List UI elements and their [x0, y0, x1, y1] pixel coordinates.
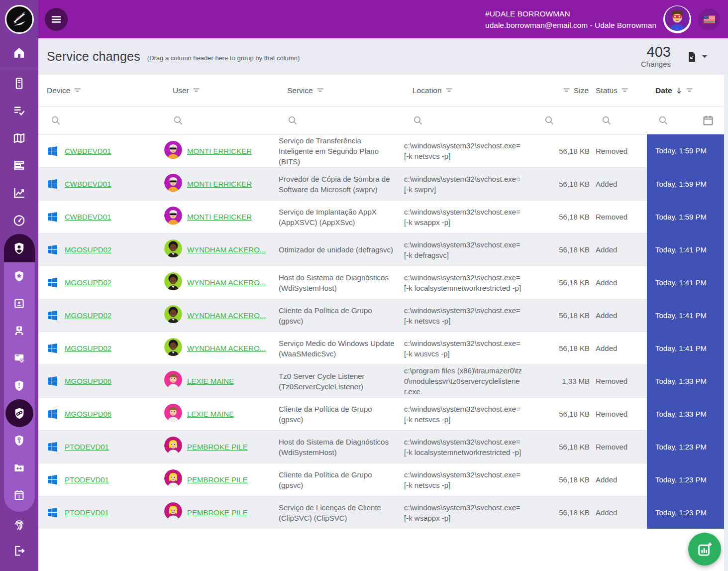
filter-icon[interactable] [686, 88, 693, 93]
filter-icon[interactable] [621, 88, 628, 93]
user-link[interactable]: PEMBROKE PILE [187, 474, 248, 485]
size-cell: 56,18 KB [540, 343, 590, 353]
sidebar-item-net-upload[interactable] [4, 317, 35, 344]
filter-icon[interactable] [445, 88, 453, 93]
location-cell: c:\windows\system32\svchost.exe=[-k nets… [404, 305, 540, 326]
sidebar-item-home[interactable] [0, 38, 38, 67]
calendar-alert-icon [13, 489, 25, 501]
device-link[interactable]: MGOSUPD02 [65, 343, 111, 353]
column-header-status[interactable]: Status [590, 86, 647, 95]
filter-icon[interactable] [316, 88, 324, 93]
windows-logo-icon [47, 244, 58, 255]
user-avatar[interactable] [663, 5, 691, 33]
device-link[interactable]: MGOSUPD02 [65, 244, 111, 255]
export-button[interactable] [686, 50, 707, 63]
menu-button[interactable] [45, 8, 68, 31]
date-cell: Today, 1:59 PM [647, 200, 724, 233]
add-report-fab[interactable] [688, 533, 721, 566]
account-name: #UDALE BORROWMAN [485, 8, 656, 19]
user-link[interactable]: LEXIE MAINE [187, 409, 234, 419]
date-cell: Today, 1:33 PM [647, 397, 724, 430]
device-link[interactable]: MGOSUPD06 [65, 376, 111, 386]
sidebar-item-devices[interactable] [0, 70, 38, 97]
status-cell: Removed [590, 146, 647, 156]
user-link[interactable]: WYNDHAM ACKERO... [187, 310, 266, 321]
user-cell: LEXIE MAINE [164, 371, 279, 391]
sidebar-item-window-gear[interactable] [4, 344, 35, 372]
device-link[interactable]: PTODEVD01 [65, 442, 109, 452]
sidebar-item-shield-user-active[interactable] [4, 234, 35, 262]
sidebar-item-gauge[interactable] [0, 207, 38, 234]
sidebar-item-shield-key[interactable] [4, 427, 35, 454]
device-link[interactable]: CWBDEVD01 [65, 146, 111, 156]
user-link[interactable]: MONTI ERRICKER [187, 212, 252, 222]
sidebar-item-logout[interactable] [0, 538, 38, 564]
service-cell: Serviço de Implantação AppX (AppXSVC) (A… [279, 207, 404, 228]
app-logo[interactable] [0, 0, 38, 38]
bar-chart-icon [12, 159, 26, 172]
user-avatar [164, 272, 182, 293]
device-cell: MGOSUPD02 [38, 244, 164, 255]
device-link[interactable]: PTODEVD01 [65, 507, 109, 518]
language-button[interactable] [698, 8, 720, 30]
account-detail: udale.borrowman@email.com - Udale Borrow… [485, 19, 656, 31]
search-input-service[interactable] [279, 115, 404, 126]
date-cell: Today, 1:23 PM [647, 430, 724, 463]
search-input-date[interactable] [647, 114, 724, 126]
add-chart-icon [696, 541, 713, 558]
sidebar-item-line-chart[interactable] [0, 179, 38, 207]
filter-icon[interactable] [74, 88, 81, 93]
search-input-device[interactable] [38, 115, 164, 126]
user-avatar [164, 502, 182, 523]
column-header-service[interactable]: Service [279, 86, 404, 95]
column-header-location[interactable]: Location [404, 86, 540, 95]
column-header-date[interactable]: Date [647, 86, 724, 95]
device-cell: MGOSUPD06 [38, 408, 164, 420]
user-link[interactable]: PEMBROKE PILE [187, 442, 248, 452]
sidebar-item-fingerprint[interactable] [0, 512, 38, 538]
date-cell: Today, 1:33 PM [647, 364, 724, 397]
user-link[interactable]: PEMBROKE PILE [187, 507, 248, 518]
app: #UDALE BORROWMAN udale.borrowman@email.c… [0, 0, 728, 571]
shield-user-icon [12, 241, 26, 255]
user-link[interactable]: WYNDHAM ACKERO... [187, 244, 266, 255]
device-link[interactable]: MGOSUPD02 [65, 277, 111, 288]
column-header-size[interactable]: Size [540, 86, 590, 95]
column-header-device[interactable]: Device [38, 86, 164, 95]
device-link[interactable]: CWBDEVD01 [65, 179, 111, 189]
device-link[interactable]: CWBDEVD01 [65, 212, 111, 222]
table-row: MGOSUPD02WYNDHAM ACKERO...Otimizador de … [38, 233, 724, 266]
device-link[interactable]: MGOSUPD06 [65, 409, 111, 419]
calendar-icon[interactable] [702, 114, 714, 126]
sidebar-item-id-card[interactable] [4, 290, 35, 317]
user-link[interactable]: WYNDHAM ACKERO... [187, 277, 266, 288]
column-header-user[interactable]: User [164, 86, 279, 95]
user-link[interactable]: WYNDHAM ACKERO... [187, 343, 266, 353]
search-input-user[interactable] [164, 115, 279, 126]
sidebar-item-map[interactable] [0, 124, 38, 152]
search-input-status[interactable] [590, 115, 647, 126]
sidebar-item-calendar-alert[interactable] [4, 481, 35, 509]
sidebar-item-shield-star[interactable] [4, 262, 35, 290]
search-icon [658, 115, 669, 126]
windows-logo-icon [47, 145, 58, 157]
sidebar-item-shield-link[interactable] [4, 399, 35, 427]
search-input-size[interactable] [540, 115, 590, 126]
filter-icon[interactable] [563, 88, 570, 93]
device-cell: CWBDEVD01 [38, 211, 164, 223]
sidebar-item-task-list[interactable] [0, 97, 38, 124]
device-link[interactable]: MGOSUPD02 [65, 310, 111, 321]
sidebar-item-shield-alert[interactable] [4, 372, 35, 399]
status-cell: Added [590, 343, 647, 353]
device-link[interactable]: PTODEVD01 [65, 474, 109, 485]
sidebar-item-folder-sync[interactable] [4, 454, 35, 481]
service-cell: Serviço de Transferência Inteligente em … [279, 135, 404, 167]
user-link[interactable]: LEXIE MAINE [187, 376, 234, 386]
user-link[interactable]: MONTI ERRICKER [187, 146, 252, 156]
hamburger-icon [50, 13, 63, 26]
filter-icon[interactable] [193, 88, 200, 93]
search-input-location[interactable] [404, 115, 540, 126]
user-link[interactable]: MONTI ERRICKER [187, 179, 252, 189]
table-row: PTODEVD01PEMBROKE PILEHost do Sistema de… [38, 430, 724, 463]
sidebar-item-bar-chart[interactable] [0, 152, 38, 179]
